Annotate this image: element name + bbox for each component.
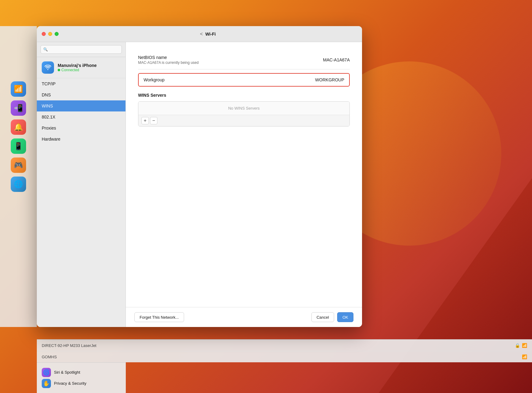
network-2-name: GOMHS [42,355,57,359]
maximize-button[interactable] [55,32,59,36]
close-button[interactable] [42,32,46,36]
app-icon-6: 🌐 [11,177,26,192]
app-icon-2: 📲 [11,100,26,116]
network-info: Manuviraj's iPhone Connected [58,63,97,72]
sidebar-item-hardware[interactable]: Hardware [37,134,125,145]
siri-spotlight-item[interactable]: 🌀 Siri & Spotlight [42,368,121,377]
ok-button[interactable]: OK [337,312,353,322]
window-content: 🔍 Manuviraj's iPhone [37,42,362,327]
netbios-row: NetBIOS name MAC-A1A67A is currently bei… [138,51,350,69]
wins-servers-empty: No WINS Servers [138,102,349,115]
app-icon-4: 📱 [11,138,26,154]
privacy-item[interactable]: ✋ Privacy & Security [42,379,121,388]
wins-servers-toolbar: + − [138,115,349,126]
title-bar-center: < Wi-Fi [59,31,357,37]
network-list-item-2[interactable]: GOMHS 📶 [37,351,532,362]
app-icon-3: 🔔 [11,119,26,135]
main-content: NetBIOS name MAC-A1A67A is currently bei… [126,42,362,307]
sidebar-item-dns[interactable]: DNS [37,89,125,100]
network-1-icons: 🔒 📶 [515,343,527,348]
window-title: Wi-Fi [205,32,216,37]
network-list-item-1[interactable]: DIRECT-92-HP M233 LaserJet 🔒 📶 [37,340,532,351]
traffic-lights [42,32,59,36]
main-window: < Wi-Fi 🔍 [37,26,362,327]
main-panel: NetBIOS name MAC-A1A67A is currently bei… [126,42,362,327]
app-icon-1: 📶 [11,81,26,97]
wifi-badge-icon [42,61,54,74]
workgroup-value: WORKGROUP [315,77,344,82]
workgroup-label: Workgroup [144,77,164,82]
network-list-footer: DIRECT-92-HP M233 LaserJet 🔒 📶 GOMHS 📶 [37,339,532,362]
siri-icon: 🌀 [42,368,51,377]
sidebar-item-wins[interactable]: WINS [37,100,125,111]
add-server-button[interactable]: + [141,117,149,124]
network-1-name: DIRECT-92-HP M233 LaserJet [42,343,96,348]
network-name: Manuviraj's iPhone [58,63,97,68]
sidebar-bottom-items: 🌀 Siri & Spotlight ✋ Privacy & Security [37,362,126,393]
cancel-button[interactable]: Cancel [311,312,334,322]
netbios-label: NetBIOS name [138,55,199,60]
network-item[interactable]: Manuviraj's iPhone Connected [37,57,125,78]
forget-network-button[interactable]: Forget This Network... [134,312,184,322]
network-status: Connected [58,68,97,72]
bottom-right-buttons: Cancel OK [311,312,353,322]
partial-sidebar: 📶 📲 🔔 📱 🎮 🌐 [0,26,37,327]
lock-icon: 🔒 [515,343,520,348]
netbios-label-group: NetBIOS name MAC-A1A67A is currently bei… [138,55,199,65]
sidebar-item-proxies[interactable]: Proxies [37,123,125,134]
status-text: Connected [61,68,79,72]
netbios-value: MAC-A1A67A [323,57,350,62]
netbios-sublabel: MAC-A1A67A is currently being used [138,60,199,65]
title-bar: < Wi-Fi [37,26,362,42]
sidebar-search-area: 🔍 [37,42,125,57]
search-icon: 🔍 [43,47,48,52]
sidebar-nav: TCP/IP DNS WINS 802.1X Proxies Hardware [37,78,125,145]
back-button[interactable]: < [200,31,203,37]
minimize-button[interactable] [48,32,52,36]
privacy-icon: ✋ [42,379,51,388]
wifi-icon: 📶 [522,343,527,348]
search-box[interactable]: 🔍 [40,45,122,54]
sidebar-item-8021x[interactable]: 802.1X [37,111,125,123]
wins-servers-title: WINS Servers [138,93,350,98]
status-dot [58,69,60,71]
app-icon-5: 🎮 [11,158,26,173]
siri-label: Siri & Spotlight [54,370,80,375]
network-2-icons: 📶 [522,354,527,359]
privacy-label: Privacy & Security [54,381,86,386]
remove-server-button[interactable]: − [150,117,157,124]
wins-servers-box: No WINS Servers + − [138,101,350,126]
bottom-bar: Forget This Network... Cancel OK [126,307,362,327]
sidebar-item-tcpip[interactable]: TCP/IP [37,78,125,89]
wifi-icon-2: 📶 [522,354,527,359]
workgroup-row[interactable]: Workgroup WORKGROUP [138,73,350,87]
sidebar: 🔍 Manuviraj's iPhone [37,42,126,327]
